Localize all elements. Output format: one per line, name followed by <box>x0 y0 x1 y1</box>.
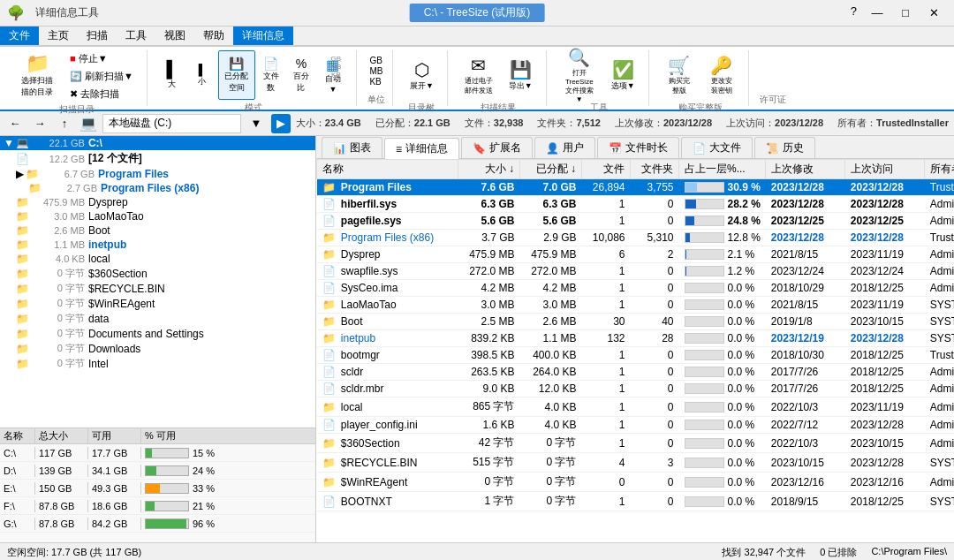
forward-button[interactable]: → <box>30 114 49 133</box>
tree-item[interactable]: ▶ 📁 6.7 GB Program Files <box>0 167 315 181</box>
menu-details[interactable]: 详细信息 <box>233 26 293 45</box>
drive-row[interactable]: C:\ 117 GB 17.7 GB 15 % <box>0 444 315 462</box>
drive-row[interactable]: E:\ 150 GB 49.3 GB 33 % <box>0 480 315 497</box>
options-button[interactable]: ✅ 选项▼ <box>605 50 641 100</box>
tree-item[interactable]: 📁 2.6 MB Boot <box>0 223 315 238</box>
tab-filetime[interactable]: 📅 文件时长 <box>597 137 679 158</box>
buy-button[interactable]: 🛒 购买完整版 <box>660 50 699 100</box>
menu-tools[interactable]: 工具 <box>117 26 155 45</box>
menu-help[interactable]: 帮助 <box>194 26 233 45</box>
tree-item[interactable]: 📄 12.2 GB [12 个文件] <box>0 150 315 167</box>
table-row[interactable]: 📁 local 865 字节 4.0 KB 1 0 0.0 % 2022/10/… <box>317 397 955 417</box>
path-dropdown-button[interactable]: ▼ <box>246 114 266 133</box>
table-row[interactable]: 📁 Program Files (x86) 3.7 GB 2.9 GB 10,0… <box>317 230 955 246</box>
expand-button[interactable]: ⬡ 展开▼ <box>404 50 440 100</box>
table-row[interactable]: 📄 scldr.mbr 9.0 KB 12.0 KB 1 0 0.0 % 201… <box>317 381 955 397</box>
tree-item[interactable]: 📁 0 字节 $360Section <box>0 266 315 281</box>
drive-row[interactable]: G:\ 87.8 GB 84.2 GB 96 % <box>0 515 315 533</box>
root-name: C:\ <box>88 137 102 149</box>
file-table[interactable]: 名称 大小 ↓ 已分配 ↓ 文件 文件夹 占上一层%... 上次修改 上次访问 … <box>316 159 954 542</box>
tree-item[interactable]: 📁 1.1 MB inetpub <box>0 238 315 252</box>
minimize-button[interactable]: — <box>864 4 890 22</box>
license-button[interactable]: 🔑 更改安装密钥 <box>702 50 741 100</box>
scan-button[interactable]: ▶ <box>271 114 291 133</box>
drive-pct-label: 21 % <box>193 501 215 511</box>
treesearch-button[interactable]: 🔍 打开 TreeSize文件搜索▼ <box>557 50 602 100</box>
col-header-name[interactable]: 名称 <box>317 160 458 179</box>
tree-area[interactable]: ▼ 💻 22.1 GB C:\ 📄 12.2 GB [12 个文件] ▶ 📁 6… <box>0 136 315 428</box>
col-header-pct[interactable]: 占上一层%... <box>679 160 766 179</box>
file-count-icon: 📄 <box>263 57 278 71</box>
menu-view[interactable]: 视图 <box>155 26 194 45</box>
tree-item[interactable]: 📁 3.0 MB LaoMaoTao <box>0 209 315 223</box>
menu-file[interactable]: 文件 <box>0 26 39 45</box>
table-row[interactable]: 📁 $WinREAgent 0 字节 0 字节 0 0 0.0 % 2023/1… <box>317 473 955 492</box>
table-row[interactable]: 📁 inetpub 839.2 KB 1.1 MB 132 28 0.0 % 2… <box>317 330 955 347</box>
table-row[interactable]: 📁 $360Section 42 字节 0 字节 1 0 0.0 % 2022/… <box>317 434 955 453</box>
tab-chart[interactable]: 📊 图表 <box>322 137 382 158</box>
table-row[interactable]: 📁 LaoMaoTao 3.0 MB 3.0 MB 1 0 0.0 % 2021… <box>317 297 955 314</box>
col-header-owner[interactable]: 所有者 <box>925 160 954 179</box>
drive-row[interactable]: D:\ 139 GB 34.1 GB 24 % <box>0 462 315 480</box>
table-row[interactable]: 📄 player_config.ini 1.6 KB 4.0 KB 1 0 0.… <box>317 417 955 434</box>
table-row[interactable]: 📄 pagefile.sys 5.6 GB 5.6 GB 1 0 24.8 % … <box>317 213 955 230</box>
tab-extension[interactable]: 🔖 扩展名 <box>461 137 533 158</box>
remove-scan-button[interactable]: ✖ 去除扫描 <box>64 86 140 102</box>
tree-item[interactable]: 📁 4.0 KB local <box>0 252 315 266</box>
tab-bigfile[interactable]: 📄 大文件 <box>681 137 753 158</box>
tree-item[interactable]: 📁 0 字节 Documents and Settings <box>0 326 315 341</box>
back-button[interactable]: ← <box>5 114 25 133</box>
tree-root[interactable]: ▼ 💻 22.1 GB C:\ <box>0 136 315 150</box>
pct-bar-container: 12.8 % <box>685 231 761 244</box>
tree-item[interactable]: 📁 475.9 MB Dysprep <box>0 195 315 209</box>
export-button[interactable]: 💾 导出▼ <box>503 50 539 100</box>
table-row[interactable]: 📄 scldr 263.5 KB 264.0 KB 1 0 0.0 % 2017… <box>317 364 955 381</box>
table-row[interactable]: 📁 Dysprep 475.9 MB 475.9 MB 6 2 2.1 % 20… <box>317 246 955 263</box>
stop-button[interactable]: ■ 停止▼ <box>64 50 140 66</box>
cell-size: 7.6 GB <box>458 179 520 196</box>
tree-item[interactable]: 📁 0 字节 $WinREAgent <box>0 296 315 311</box>
folder-icon: 📁 <box>28 182 42 194</box>
table-row[interactable]: 📁 $RECYCLE.BIN 515 字节 0 字节 4 3 0.0 % 202… <box>317 453 955 473</box>
table-row[interactable]: 📄 hiberfil.sys 6.3 GB 6.3 GB 1 0 28.2 % … <box>317 196 955 213</box>
col-header-alloc[interactable]: 已分配 ↓ <box>520 160 582 179</box>
tree-item[interactable]: 📁 0 字节 data <box>0 311 315 326</box>
email-button[interactable]: ✉ 通过电子邮件发送 <box>458 50 499 100</box>
select-dir-button[interactable]: 📁 选择扫描描的目录 <box>14 51 60 101</box>
col-header-dirs[interactable]: 文件夹 <box>631 160 679 179</box>
tab-history[interactable]: 📜 历史 <box>754 137 815 158</box>
auto-button[interactable]: ▦ GBMBKB 自动▼ <box>317 50 349 100</box>
refresh-button[interactable]: 🔄 刷新扫描▼ <box>64 68 140 84</box>
col-header-files[interactable]: 文件 <box>582 160 631 179</box>
table-row[interactable]: 📁 Program Files 7.6 GB 7.0 GB 26,894 3,7… <box>317 179 955 196</box>
tree-item[interactable]: 📁 0 字节 $RECYCLE.BIN <box>0 281 315 296</box>
menu-scan[interactable]: 扫描 <box>78 26 117 45</box>
path-input[interactable] <box>102 114 241 133</box>
tree-item[interactable]: 📁 2.7 GB Program Files (x86) <box>0 181 315 195</box>
close-button[interactable]: ✕ <box>920 4 947 22</box>
table-row[interactable]: 📁 Boot 2.5 MB 2.6 MB 30 40 0.0 % 2019/1/… <box>317 314 955 330</box>
tab-user[interactable]: 👤 用户 <box>534 137 595 158</box>
table-row[interactable]: 📄 SysCeo.ima 4.2 MB 4.2 MB 1 0 0.0 % 201… <box>317 280 955 297</box>
table-row[interactable]: 📄 BOOTNXT 1 字节 0 字节 1 0 0.0 % 2018/9/15 … <box>317 492 955 511</box>
col-header-accessed[interactable]: 上次访问 <box>845 160 925 179</box>
help-icon[interactable]: ? <box>845 4 862 22</box>
up-button[interactable]: ↑ <box>55 114 74 133</box>
cell-pct: 28.2 % <box>679 196 766 213</box>
size-large-button[interactable]: ▌ 大 <box>158 50 186 100</box>
file-count-button[interactable]: 📄 文件数 <box>257 50 285 100</box>
tab-details[interactable]: ≡ 详细信息 <box>384 138 459 159</box>
col-header-size[interactable]: 大小 ↓ <box>458 160 520 179</box>
table-row[interactable]: 📄 bootmgr 398.5 KB 400.0 KB 1 0 0.0 % 20… <box>317 347 955 364</box>
percent-button[interactable]: % 百分比 <box>287 50 315 100</box>
alloc-space-button[interactable]: 💾 已分配空间 <box>218 50 255 100</box>
drive-bar-bg <box>145 465 189 476</box>
menu-home[interactable]: 主页 <box>39 26 78 45</box>
tree-downloads[interactable]: 📁 0 字节 Downloads <box>0 341 315 356</box>
tree-item[interactable]: 📁 0 字节 Intel <box>0 356 315 371</box>
maximize-button[interactable]: □ <box>892 4 919 22</box>
table-row[interactable]: 📄 swapfile.sys 272.0 MB 272.0 MB 1 0 1.2… <box>317 263 955 280</box>
drive-row[interactable]: F:\ 87.8 GB 18.6 GB 21 % <box>0 497 315 515</box>
size-small-button[interactable]: ▌ 小 <box>188 50 216 100</box>
col-header-modified[interactable]: 上次修改 <box>766 160 845 179</box>
